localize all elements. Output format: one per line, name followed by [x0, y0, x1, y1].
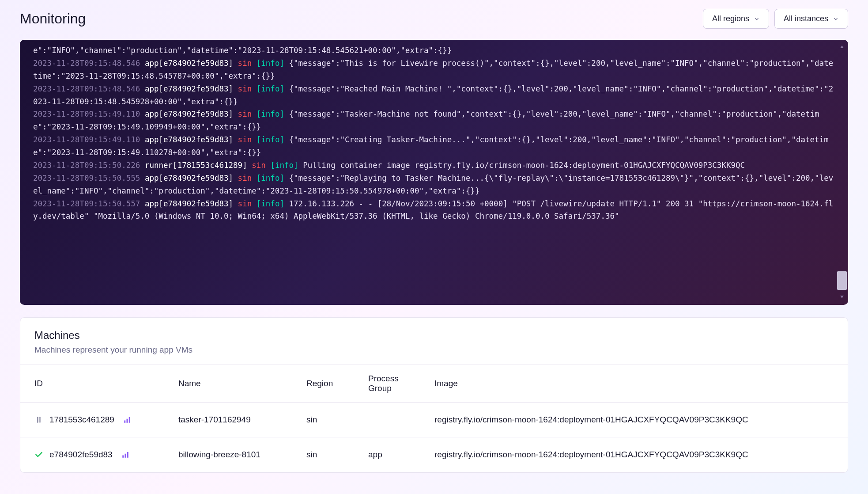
log-message: Pulling container image registry.fly.io/… — [303, 161, 745, 170]
log-line: e":"INFO","channel":"production","dateti… — [33, 44, 835, 57]
svg-rect-7 — [122, 456, 124, 458]
col-region: Region — [298, 365, 360, 403]
machines-card: Machines Machines represent your running… — [20, 317, 848, 473]
log-line: 2023-11-28T09:15:48.546 app[e784902fe59d… — [33, 83, 835, 108]
table-row[interactable]: 1781553c461289tasker-1701162949sinregist… — [20, 403, 848, 437]
logs-panel: e":"INFO","channel":"production","dateti… — [20, 40, 848, 305]
col-image: Image — [426, 365, 848, 403]
page-title: Monitoring — [20, 11, 86, 27]
svg-rect-6 — [129, 417, 130, 423]
machines-header: Machines Machines represent your running… — [20, 318, 848, 365]
log-level: [info] — [270, 161, 298, 170]
log-source: app[e784902fe59d83] — [145, 174, 233, 182]
signal-icon — [123, 416, 131, 424]
svg-rect-4 — [124, 421, 125, 423]
table-row[interactable]: e784902fe59d83billowing-breeze-8101sinap… — [20, 437, 848, 472]
log-level: [info] — [257, 174, 284, 182]
page-header: Monitoring All regions All instances — [20, 9, 848, 29]
machine-region: sin — [298, 437, 360, 472]
col-id: ID — [20, 365, 170, 403]
machines-title: Machines — [34, 329, 834, 342]
filters: All regions All instances — [703, 9, 848, 29]
log-region: sin — [252, 161, 266, 170]
log-line: 2023-11-28T09:15:49.110 app[e784902fe59d… — [33, 133, 835, 159]
machine-process-group: app — [360, 437, 426, 472]
machine-name: billowing-breeze-8101 — [170, 437, 298, 472]
machine-name: tasker-1701162949 — [170, 403, 298, 437]
log-timestamp: 2023-11-28T09:15:50.226 — [33, 161, 140, 170]
log-region: sin — [238, 174, 252, 182]
machine-id: 1781553c461289 — [49, 415, 114, 425]
svg-marker-1 — [840, 296, 844, 298]
log-timestamp: 2023-11-28T09:15:48.546 — [33, 84, 140, 93]
svg-rect-9 — [127, 452, 128, 458]
filter-instances-button[interactable]: All instances — [774, 9, 848, 29]
machines-table: ID Name Region Process Group Image 17815… — [20, 365, 848, 472]
log-timestamp: 2023-11-28T09:15:50.555 — [33, 174, 140, 182]
log-level: [info] — [257, 135, 284, 144]
log-line: 2023-11-28T09:15:50.226 runner[1781553c4… — [33, 159, 835, 172]
filter-regions-label: All regions — [712, 14, 749, 23]
machine-region: sin — [298, 403, 360, 437]
log-line: 2023-11-28T09:15:49.110 app[e784902fe59d… — [33, 108, 835, 133]
log-source: app[e784902fe59d83] — [145, 84, 233, 93]
svg-rect-8 — [125, 454, 126, 458]
log-line: 2023-11-28T09:15:50.555 app[e784902fe59d… — [33, 172, 835, 198]
machine-image: registry.fly.io/crimson-moon-1624:deploy… — [426, 437, 848, 472]
log-level: [info] — [257, 199, 284, 208]
log-region: sin — [238, 84, 252, 93]
log-source: app[e784902fe59d83] — [145, 135, 233, 144]
logs-content[interactable]: e":"INFO","channel":"production","dateti… — [20, 40, 848, 305]
col-process-group: Process Group — [360, 365, 426, 403]
log-source: app[e784902fe59d83] — [145, 110, 233, 118]
machines-subtitle: Machines represent your running app VMs — [34, 345, 834, 355]
pause-icon — [34, 415, 43, 424]
filter-instances-label: All instances — [784, 14, 828, 23]
scroll-up-arrow-icon[interactable] — [838, 44, 845, 49]
log-region: sin — [238, 135, 252, 144]
log-timestamp: 2023-11-28T09:15:50.557 — [33, 199, 140, 208]
log-line: 2023-11-28T09:15:48.546 app[e784902fe59d… — [33, 57, 835, 83]
scroll-down-arrow-icon[interactable] — [838, 294, 845, 300]
log-region: sin — [238, 59, 252, 68]
log-message: e":"INFO","channel":"production","dateti… — [33, 46, 452, 55]
log-source: runner[1781553c461289] — [145, 161, 247, 170]
scrollbar-handle[interactable] — [837, 271, 847, 290]
log-region: sin — [238, 199, 252, 208]
machine-process-group — [360, 403, 426, 437]
signal-icon — [121, 451, 129, 459]
svg-marker-0 — [840, 46, 844, 48]
log-timestamp: 2023-11-28T09:15:49.110 — [33, 110, 140, 118]
log-level: [info] — [257, 84, 284, 93]
chevron-down-icon — [833, 16, 839, 22]
machine-id: e784902fe59d83 — [49, 450, 113, 460]
col-name: Name — [170, 365, 298, 403]
log-line: 2023-11-28T09:15:50.557 app[e784902fe59d… — [33, 198, 835, 223]
svg-rect-5 — [126, 419, 128, 423]
filter-regions-button[interactable]: All regions — [703, 9, 769, 29]
chevron-down-icon — [754, 16, 760, 22]
log-level: [info] — [257, 110, 284, 118]
log-source: app[e784902fe59d83] — [145, 199, 233, 208]
log-timestamp: 2023-11-28T09:15:49.110 — [33, 135, 140, 144]
log-level: [info] — [257, 59, 284, 68]
check-icon — [34, 450, 43, 459]
machine-image: registry.fly.io/crimson-moon-1624:deploy… — [426, 403, 848, 437]
log-source: app[e784902fe59d83] — [145, 59, 233, 68]
log-region: sin — [238, 110, 252, 118]
log-timestamp: 2023-11-28T09:15:48.546 — [33, 59, 140, 68]
